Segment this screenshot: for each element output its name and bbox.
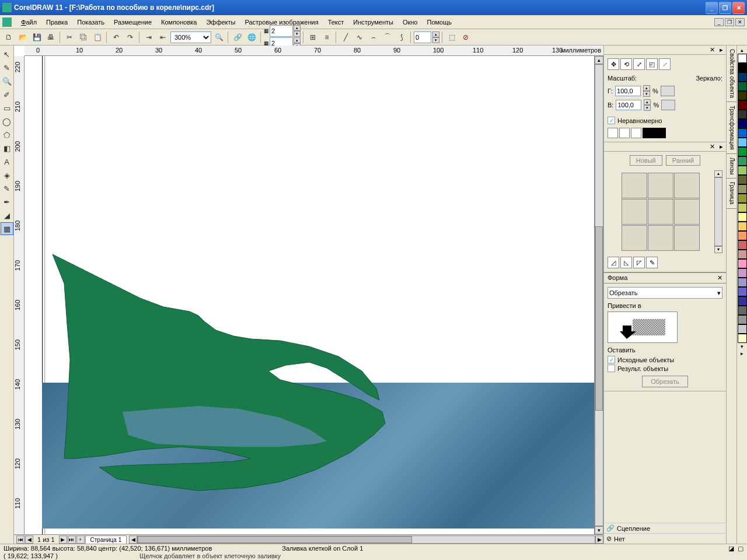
color-swatch[interactable] [738,184,747,194]
anchor-cell[interactable] [619,128,630,138]
anchor-cell[interactable] [631,128,641,138]
prev-page[interactable]: ◀ [25,536,33,544]
pick-tool[interactable]: ↖ [1,48,13,61]
zoom-select[interactable]: 300% [170,32,211,43]
zoom-tool[interactable]: 🔍 [1,75,13,88]
color-swatch[interactable] [738,166,747,175]
scale-icon[interactable]: ⤢ [633,58,645,70]
scale-v-input[interactable]: 100,0 [616,100,641,110]
docker-arrow-icon[interactable]: ▸ [718,143,725,150]
columns-input[interactable]: 2 [270,25,293,37]
tab-transform[interactable]: Трансформация [727,102,736,154]
color-swatch[interactable] [738,128,747,138]
color-swatch[interactable] [738,268,747,278]
apply-shape-button[interactable]: Обрезать [642,376,688,387]
zoom-icon[interactable]: 🔍 [212,31,225,44]
ruler-vertical[interactable]: 220210 200190 180170 160150 140130 12011… [14,56,25,534]
value-input[interactable]: 0 [414,32,431,43]
fill-tool[interactable]: ◢ [1,209,13,222]
color-swatch[interactable] [738,324,747,334]
horizontal-scrollbar[interactable]: ◀▶ [129,536,603,544]
menu-compose[interactable]: Компоновка [156,18,201,27]
new-preset-button[interactable]: Новый [630,155,662,166]
earlier-preset-button[interactable]: Ранний [666,155,701,166]
menu-text[interactable]: Текст [323,18,349,27]
rect-tool[interactable]: ▭ [1,102,13,114]
curve4-icon[interactable]: ⟆ [395,31,408,44]
menu-view[interactable]: Показать [72,18,109,27]
docker-arrow-icon[interactable]: ▸ [718,46,725,54]
color-swatch[interactable] [738,54,747,63]
color-swatch[interactable] [738,278,747,287]
cut-icon[interactable]: ✂ [63,31,76,44]
color-swatch[interactable] [738,212,747,222]
color-swatch[interactable] [738,138,747,147]
last-page[interactable]: ⏭ [68,536,76,544]
color-swatch[interactable] [738,175,747,184]
position-icon[interactable]: ✥ [608,58,619,70]
curve2-icon[interactable]: ⌢ [367,31,380,44]
shape-tool[interactable]: ✎ [1,61,13,74]
color-swatch[interactable] [738,334,747,343]
menu-edit[interactable]: Правка [41,18,72,27]
color-swatch[interactable] [738,231,747,240]
tab-properties[interactable]: Свойства объекта [727,46,736,102]
add-page[interactable]: + [76,536,85,544]
palette-down[interactable]: ▾ [737,343,747,350]
edit2-icon[interactable]: ◺ [620,257,632,268]
docker-close-icon[interactable]: ✕ [717,274,722,282]
color-swatch[interactable] [738,222,747,231]
mdi-restore[interactable]: ❐ [725,18,734,26]
scale-h-input[interactable]: 100,0 [615,86,641,96]
copy-icon[interactable]: ⿻ [77,31,90,44]
curve3-icon[interactable]: ⌒ [381,31,394,44]
color-swatch[interactable] [738,203,747,212]
edit4-icon[interactable]: ✎ [646,257,658,268]
mdi-close[interactable]: ✕ [735,18,745,26]
color-swatch[interactable] [738,100,747,110]
wrap-icon[interactable]: ⬚ [445,31,458,44]
color-swatch[interactable] [738,91,747,100]
color-swatch[interactable] [738,259,747,268]
vertical-scrollbar[interactable]: ▴▾ [594,56,603,534]
close-button[interactable]: ✕ [732,2,745,14]
color-swatch[interactable] [738,82,747,91]
color-swatch[interactable] [738,156,747,166]
menu-layout[interactable]: Размещение [109,18,156,27]
interactive-fill-tool[interactable]: ▦ [1,222,13,235]
docker-close-icon[interactable]: ✕ [708,143,717,150]
mdi-minimize[interactable]: _ [714,18,724,26]
open-icon[interactable]: 📂 [16,31,29,44]
curve-icon[interactable]: ∿ [353,31,366,44]
palette-menu[interactable]: ▸ [737,350,747,357]
skew-icon[interactable]: ⟋ [659,58,671,70]
color-swatch[interactable] [738,296,747,306]
color-swatch[interactable] [738,63,747,72]
rotate-icon[interactable]: ⟲ [620,58,632,70]
shape-operation-select[interactable]: Обрезать▾ [608,287,722,299]
color-swatch[interactable] [738,240,747,250]
print-icon[interactable]: 🖶 [44,31,57,44]
size-icon[interactable]: ◰ [646,58,658,70]
undo-icon[interactable]: ↶ [110,31,123,44]
color-swatch[interactable] [738,119,747,128]
palette-up[interactable]: ▴ [737,47,747,54]
snap-icon[interactable]: ⊞ [306,31,319,44]
keep-result-checkbox[interactable] [608,365,615,372]
ruler-horizontal[interactable]: 010 2030 4050 6070 8090 100110 120130 ми… [25,46,603,56]
ellipse-tool[interactable]: ◯ [1,115,13,128]
link-icon[interactable]: 🔗 [231,31,244,44]
menu-window[interactable]: Окно [398,18,423,27]
color-swatch[interactable] [738,315,747,324]
redo-icon[interactable]: ↷ [124,31,137,44]
uneven-checkbox[interactable]: ✓ [608,117,615,124]
menu-effects[interactable]: Эффекты [201,18,240,27]
land-shape[interactable] [35,249,409,494]
outline-tool[interactable]: ✒ [1,195,13,208]
import-icon[interactable]: ⇥ [142,31,155,44]
canvas[interactable] [25,56,594,534]
tab-lens[interactable]: Линзы [727,154,736,178]
anchor-cell[interactable] [608,128,618,138]
first-page[interactable]: ⏮ [16,536,25,544]
interactive-tool[interactable]: ◈ [1,169,13,181]
